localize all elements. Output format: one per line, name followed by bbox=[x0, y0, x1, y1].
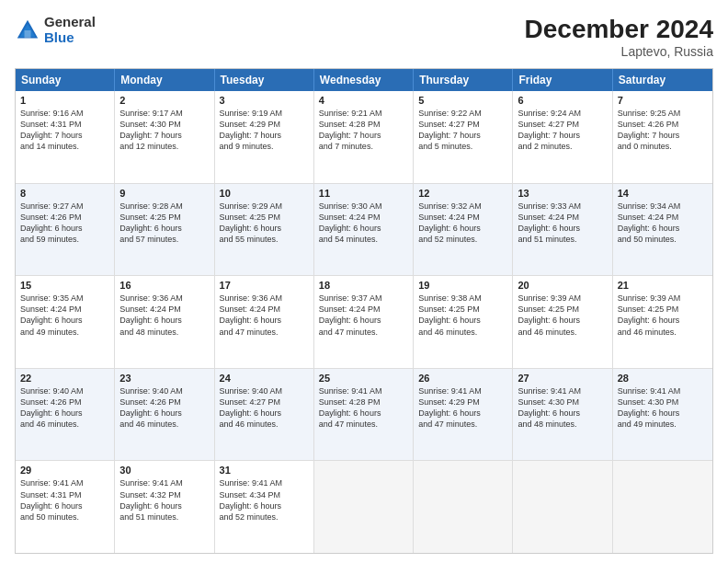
header-tuesday: Tuesday bbox=[215, 69, 314, 91]
day-number-21: 21 bbox=[618, 280, 708, 291]
empty-cell bbox=[314, 461, 414, 553]
day-info-1: Sunrise: 9:16 AM Sunset: 4:31 PM Dayligh… bbox=[20, 108, 109, 153]
day-cell-7: 7Sunrise: 9:25 AM Sunset: 4:26 PM Daylig… bbox=[613, 91, 712, 183]
day-cell-4: 4Sunrise: 9:21 AM Sunset: 4:28 PM Daylig… bbox=[314, 91, 414, 183]
day-cell-13: 13Sunrise: 9:33 AM Sunset: 4:24 PM Dayli… bbox=[513, 184, 612, 276]
day-cell-20: 20Sunrise: 9:39 AM Sunset: 4:25 PM Dayli… bbox=[513, 276, 612, 368]
day-info-6: Sunrise: 9:24 AM Sunset: 4:27 PM Dayligh… bbox=[518, 108, 607, 153]
day-number-13: 13 bbox=[518, 188, 607, 199]
day-number-5: 5 bbox=[418, 95, 507, 106]
day-cell-6: 6Sunrise: 9:24 AM Sunset: 4:27 PM Daylig… bbox=[513, 91, 612, 183]
day-cell-27: 27Sunrise: 9:41 AM Sunset: 4:30 PM Dayli… bbox=[513, 369, 612, 461]
day-cell-29: 29Sunrise: 9:41 AM Sunset: 4:31 PM Dayli… bbox=[16, 461, 115, 553]
month-year-title: December 2024 bbox=[525, 15, 713, 44]
header-sunday: Sunday bbox=[16, 69, 115, 91]
day-cell-12: 12Sunrise: 9:32 AM Sunset: 4:24 PM Dayli… bbox=[414, 184, 513, 276]
day-cell-16: 16Sunrise: 9:36 AM Sunset: 4:24 PM Dayli… bbox=[115, 276, 214, 368]
week-row-3: 15Sunrise: 9:35 AM Sunset: 4:24 PM Dayli… bbox=[16, 275, 712, 368]
day-number-3: 3 bbox=[220, 95, 309, 106]
calendar: Sunday Monday Tuesday Wednesday Thursday… bbox=[15, 68, 713, 554]
logo: General Blue bbox=[15, 15, 96, 45]
calendar-header: Sunday Monday Tuesday Wednesday Thursday… bbox=[16, 69, 712, 91]
day-info-7: Sunrise: 9:25 AM Sunset: 4:26 PM Dayligh… bbox=[618, 108, 708, 153]
day-number-20: 20 bbox=[518, 280, 607, 291]
day-cell-15: 15Sunrise: 9:35 AM Sunset: 4:24 PM Dayli… bbox=[16, 276, 115, 368]
day-info-26: Sunrise: 9:41 AM Sunset: 4:29 PM Dayligh… bbox=[418, 385, 507, 431]
day-info-31: Sunrise: 9:41 AM Sunset: 4:34 PM Dayligh… bbox=[220, 477, 309, 523]
week-row-5: 29Sunrise: 9:41 AM Sunset: 4:31 PM Dayli… bbox=[16, 460, 712, 553]
day-cell-31: 31Sunrise: 9:41 AM Sunset: 4:34 PM Dayli… bbox=[215, 461, 314, 553]
header-wednesday: Wednesday bbox=[314, 69, 414, 91]
day-info-9: Sunrise: 9:28 AM Sunset: 4:25 PM Dayligh… bbox=[119, 201, 209, 246]
day-number-19: 19 bbox=[418, 280, 507, 291]
day-cell-18: 18Sunrise: 9:37 AM Sunset: 4:24 PM Dayli… bbox=[314, 276, 414, 368]
day-cell-17: 17Sunrise: 9:36 AM Sunset: 4:24 PM Dayli… bbox=[215, 276, 314, 368]
day-cell-8: 8Sunrise: 9:27 AM Sunset: 4:26 PM Daylig… bbox=[16, 184, 115, 276]
day-info-2: Sunrise: 9:17 AM Sunset: 4:30 PM Dayligh… bbox=[119, 108, 209, 153]
day-cell-30: 30Sunrise: 9:41 AM Sunset: 4:32 PM Dayli… bbox=[115, 461, 214, 553]
day-cell-28: 28Sunrise: 9:41 AM Sunset: 4:30 PM Dayli… bbox=[613, 369, 712, 461]
day-cell-23: 23Sunrise: 9:40 AM Sunset: 4:26 PM Dayli… bbox=[115, 369, 214, 461]
day-info-3: Sunrise: 9:19 AM Sunset: 4:29 PM Dayligh… bbox=[220, 108, 309, 153]
day-cell-3: 3Sunrise: 9:19 AM Sunset: 4:29 PM Daylig… bbox=[215, 91, 314, 183]
day-cell-11: 11Sunrise: 9:30 AM Sunset: 4:24 PM Dayli… bbox=[314, 184, 414, 276]
day-number-28: 28 bbox=[618, 373, 708, 384]
day-number-26: 26 bbox=[418, 373, 507, 384]
day-cell-9: 9Sunrise: 9:28 AM Sunset: 4:25 PM Daylig… bbox=[115, 184, 214, 276]
header: General Blue December 2024 Laptevo, Russ… bbox=[15, 15, 713, 59]
calendar-body: 1Sunrise: 9:16 AM Sunset: 4:31 PM Daylig… bbox=[16, 91, 712, 553]
logo-blue-label: Blue bbox=[44, 30, 96, 46]
day-number-17: 17 bbox=[220, 280, 309, 291]
day-info-19: Sunrise: 9:38 AM Sunset: 4:25 PM Dayligh… bbox=[418, 293, 507, 338]
day-info-8: Sunrise: 9:27 AM Sunset: 4:26 PM Dayligh… bbox=[20, 201, 109, 246]
day-number-14: 14 bbox=[618, 188, 708, 199]
day-number-4: 4 bbox=[319, 95, 408, 106]
location-label: Laptevo, Russia bbox=[525, 44, 713, 59]
day-cell-21: 21Sunrise: 9:39 AM Sunset: 4:25 PM Dayli… bbox=[613, 276, 712, 368]
empty-cell bbox=[414, 461, 513, 553]
day-info-12: Sunrise: 9:32 AM Sunset: 4:24 PM Dayligh… bbox=[418, 201, 507, 246]
day-number-22: 22 bbox=[20, 373, 109, 384]
day-number-10: 10 bbox=[220, 188, 309, 199]
day-cell-1: 1Sunrise: 9:16 AM Sunset: 4:31 PM Daylig… bbox=[16, 91, 115, 183]
week-row-2: 8Sunrise: 9:27 AM Sunset: 4:26 PM Daylig… bbox=[16, 183, 712, 276]
day-info-18: Sunrise: 9:37 AM Sunset: 4:24 PM Dayligh… bbox=[319, 293, 408, 338]
header-monday: Monday bbox=[115, 69, 214, 91]
day-number-12: 12 bbox=[418, 188, 507, 199]
day-info-30: Sunrise: 9:41 AM Sunset: 4:32 PM Dayligh… bbox=[119, 477, 209, 523]
day-number-15: 15 bbox=[20, 280, 109, 291]
logo-text: General Blue bbox=[44, 15, 96, 45]
day-info-13: Sunrise: 9:33 AM Sunset: 4:24 PM Dayligh… bbox=[518, 201, 607, 246]
day-info-28: Sunrise: 9:41 AM Sunset: 4:30 PM Dayligh… bbox=[618, 385, 708, 431]
empty-cell bbox=[613, 461, 712, 553]
day-number-24: 24 bbox=[220, 373, 309, 384]
day-info-29: Sunrise: 9:41 AM Sunset: 4:31 PM Dayligh… bbox=[20, 477, 109, 523]
day-number-2: 2 bbox=[119, 95, 209, 106]
day-cell-26: 26Sunrise: 9:41 AM Sunset: 4:29 PM Dayli… bbox=[414, 369, 513, 461]
day-number-16: 16 bbox=[119, 280, 209, 291]
day-number-9: 9 bbox=[119, 188, 209, 199]
logo-icon bbox=[15, 17, 40, 43]
day-cell-24: 24Sunrise: 9:40 AM Sunset: 4:27 PM Dayli… bbox=[215, 369, 314, 461]
day-number-7: 7 bbox=[618, 95, 708, 106]
day-info-14: Sunrise: 9:34 AM Sunset: 4:24 PM Dayligh… bbox=[618, 201, 708, 246]
day-info-15: Sunrise: 9:35 AM Sunset: 4:24 PM Dayligh… bbox=[20, 293, 109, 338]
day-info-22: Sunrise: 9:40 AM Sunset: 4:26 PM Dayligh… bbox=[20, 385, 109, 431]
day-info-27: Sunrise: 9:41 AM Sunset: 4:30 PM Dayligh… bbox=[518, 385, 607, 431]
day-cell-2: 2Sunrise: 9:17 AM Sunset: 4:30 PM Daylig… bbox=[115, 91, 214, 183]
day-number-18: 18 bbox=[319, 280, 408, 291]
title-block: December 2024 Laptevo, Russia bbox=[525, 15, 713, 59]
empty-cell bbox=[513, 461, 612, 553]
day-info-20: Sunrise: 9:39 AM Sunset: 4:25 PM Dayligh… bbox=[518, 293, 607, 338]
day-number-25: 25 bbox=[319, 373, 408, 384]
day-number-6: 6 bbox=[518, 95, 607, 106]
day-info-17: Sunrise: 9:36 AM Sunset: 4:24 PM Dayligh… bbox=[220, 293, 309, 338]
day-cell-5: 5Sunrise: 9:22 AM Sunset: 4:27 PM Daylig… bbox=[414, 91, 513, 183]
day-number-30: 30 bbox=[119, 465, 209, 476]
day-info-5: Sunrise: 9:22 AM Sunset: 4:27 PM Dayligh… bbox=[418, 108, 507, 153]
day-number-27: 27 bbox=[518, 373, 607, 384]
day-number-11: 11 bbox=[319, 188, 408, 199]
day-cell-25: 25Sunrise: 9:41 AM Sunset: 4:28 PM Dayli… bbox=[314, 369, 414, 461]
day-cell-14: 14Sunrise: 9:34 AM Sunset: 4:24 PM Dayli… bbox=[613, 184, 712, 276]
day-info-11: Sunrise: 9:30 AM Sunset: 4:24 PM Dayligh… bbox=[319, 201, 408, 246]
